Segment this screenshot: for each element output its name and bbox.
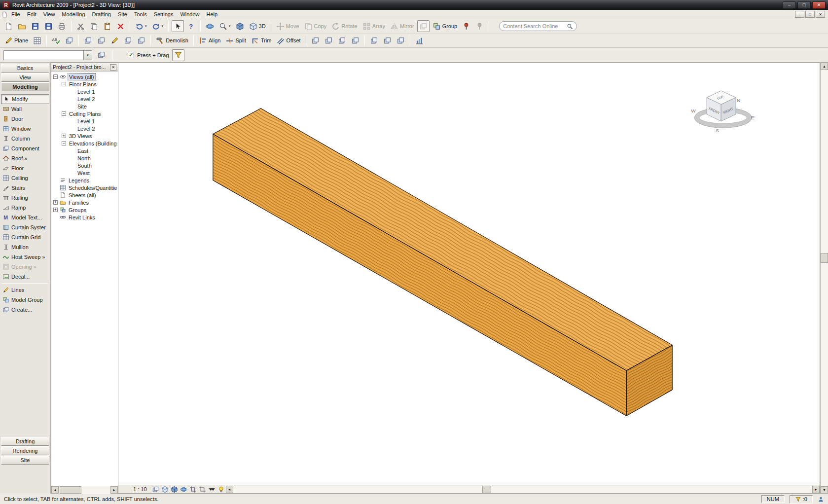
- tree-item-views-all[interactable]: −Views (all): [51, 73, 118, 80]
- model-view[interactable]: W N E S TOP FRONT RIGHT: [118, 63, 820, 485]
- maximize-button[interactable]: □: [797, 1, 811, 9]
- unjoin-geometry-button[interactable]: [323, 35, 335, 46]
- rotate-button[interactable]: Rotate: [329, 20, 359, 32]
- show-crop-region-button[interactable]: [198, 485, 207, 493]
- copy-button[interactable]: Copy: [302, 20, 329, 32]
- tree-item-sheets-all[interactable]: Sheets (all): [51, 191, 118, 199]
- resize-button[interactable]: [417, 20, 430, 32]
- move-button[interactable]: Move: [274, 20, 301, 32]
- designbar-item-mullion[interactable]: Mullion: [1, 242, 49, 252]
- designbar-item-curtain-syster[interactable]: Curtain Syster: [1, 222, 49, 232]
- scroll-left-icon[interactable]: ◄: [51, 486, 59, 494]
- designbar-tab-modelling[interactable]: Modelling: [1, 82, 49, 91]
- scroll-track[interactable]: [821, 70, 828, 486]
- split-button[interactable]: Split: [223, 35, 248, 46]
- designbar-item-decal[interactable]: Decal...: [1, 272, 49, 282]
- tree-item-ceiling-plans[interactable]: −Ceiling Plans: [51, 110, 118, 117]
- compass-north[interactable]: N: [737, 98, 740, 103]
- selection-filter-button[interactable]: [172, 49, 184, 61]
- scroll-left-icon[interactable]: ◄: [226, 486, 233, 493]
- cut-profile-button[interactable]: [122, 35, 134, 46]
- group-button[interactable]: Group: [431, 20, 460, 32]
- offset-button[interactable]: Offset: [274, 35, 302, 46]
- scroll-thumb[interactable]: [821, 253, 828, 263]
- tree-item-site[interactable]: Site: [51, 103, 118, 110]
- minimize-button[interactable]: –: [783, 1, 796, 9]
- scroll-track[interactable]: [233, 486, 812, 493]
- selection-box-button[interactable]: [172, 20, 184, 32]
- menu-view[interactable]: View: [40, 10, 59, 18]
- join-geometry-button[interactable]: [309, 35, 322, 46]
- tree-item-west[interactable]: West: [51, 169, 118, 177]
- save-button[interactable]: [29, 20, 41, 32]
- viewcube[interactable]: W N E S TOP FRONT RIGHT: [691, 91, 755, 133]
- tree-item-floor-plans[interactable]: −Floor Plans: [51, 80, 118, 88]
- render-button[interactable]: [179, 485, 188, 493]
- compass-west[interactable]: W: [691, 108, 696, 113]
- browser-horizontal-scrollbar[interactable]: ◄ ►: [51, 486, 118, 493]
- designbar-item-component[interactable]: Component: [1, 144, 49, 153]
- scroll-track[interactable]: [59, 486, 110, 494]
- scroll-right-icon[interactable]: ►: [812, 486, 820, 493]
- collapse-icon[interactable]: −: [62, 141, 66, 145]
- designbar-item-ramp[interactable]: Ramp: [1, 203, 49, 213]
- remove-paint-button[interactable]: [95, 35, 108, 46]
- paste-button[interactable]: [101, 20, 113, 32]
- designbar-tab-basics[interactable]: Basics: [1, 64, 49, 72]
- scale-button[interactable]: 1 : 10: [118, 486, 151, 492]
- tree-item-level-2[interactable]: Level 2: [51, 125, 118, 132]
- tree-item-east[interactable]: East: [51, 147, 118, 154]
- menu-site[interactable]: Site: [114, 10, 131, 18]
- tree-item-level-1[interactable]: Level 1: [51, 88, 118, 95]
- designbar-item-column[interactable]: Column: [1, 134, 49, 144]
- menu-settings[interactable]: Settings: [150, 10, 177, 18]
- designbar-item-lines[interactable]: Lines: [1, 285, 49, 295]
- designbar-tab-drafting[interactable]: Drafting: [1, 437, 49, 446]
- press-drag-checkbox[interactable]: ✓: [128, 52, 134, 58]
- chevron-down-icon[interactable]: ▾: [83, 51, 92, 60]
- scroll-up-icon[interactable]: ▲: [821, 63, 828, 70]
- scroll-down-icon[interactable]: ▼: [821, 486, 828, 494]
- undo-button[interactable]: ▾: [133, 20, 149, 32]
- tree-item-groups[interactable]: +Groups: [51, 206, 118, 214]
- tree-item-level-1[interactable]: Level 1: [51, 117, 118, 125]
- collapse-icon[interactable]: −: [53, 74, 58, 79]
- designbar-item-model-group[interactable]: Model Group: [1, 295, 49, 305]
- tree-item-families[interactable]: +Families: [51, 199, 118, 206]
- attach-detach-button[interactable]: [395, 35, 407, 46]
- crop-region-button[interactable]: [188, 485, 198, 493]
- linework-button[interactable]: [108, 35, 121, 46]
- wall-joins-button[interactable]: [368, 35, 380, 46]
- designbar-item-modify[interactable]: Modify: [1, 94, 49, 104]
- cut-geometry-button[interactable]: [336, 35, 348, 46]
- trim-button[interactable]: Trim: [249, 35, 274, 46]
- array-button[interactable]: Array: [360, 20, 387, 32]
- element-properties-button[interactable]: [95, 49, 108, 61]
- mirror-button[interactable]: Mirror: [388, 20, 416, 32]
- designbar-tab-site[interactable]: Site: [1, 456, 49, 465]
- designbar-item-roof[interactable]: Roof »: [1, 153, 49, 163]
- chevron-down-icon[interactable]: ▾: [229, 24, 231, 28]
- designbar-item-opening[interactable]: Opening »: [1, 262, 49, 272]
- chevron-down-icon[interactable]: ▾: [162, 24, 164, 28]
- new-button[interactable]: [2, 20, 15, 32]
- chevron-down-icon[interactable]: ▾: [145, 24, 147, 28]
- work-plane-grid-button[interactable]: [31, 35, 43, 46]
- tree-item-level-2[interactable]: Level 2: [51, 95, 118, 103]
- tree-item-north[interactable]: North: [51, 154, 118, 162]
- detail-level-button[interactable]: [151, 485, 160, 493]
- filter-status[interactable]: :0: [790, 495, 813, 504]
- drawing-area[interactable]: W N E S TOP FRONT RIGHT 1 : 10: [118, 63, 820, 494]
- close-button[interactable]: ✕: [812, 1, 826, 9]
- wood-beam[interactable]: [213, 108, 672, 416]
- designbar-item-window[interactable]: Window: [1, 124, 49, 134]
- close-icon[interactable]: ✕: [110, 64, 116, 71]
- temporary-hide-isolate-button[interactable]: [207, 485, 216, 493]
- collapse-icon[interactable]: −: [62, 111, 66, 116]
- menu-help[interactable]: Help: [203, 10, 221, 18]
- designbar-item-ceiling[interactable]: Ceiling: [1, 173, 49, 183]
- shadows-button[interactable]: [170, 485, 179, 493]
- dynamically-modify-view-button[interactable]: [204, 20, 216, 32]
- unpin-button[interactable]: [473, 20, 486, 32]
- expand-icon[interactable]: +: [62, 134, 66, 138]
